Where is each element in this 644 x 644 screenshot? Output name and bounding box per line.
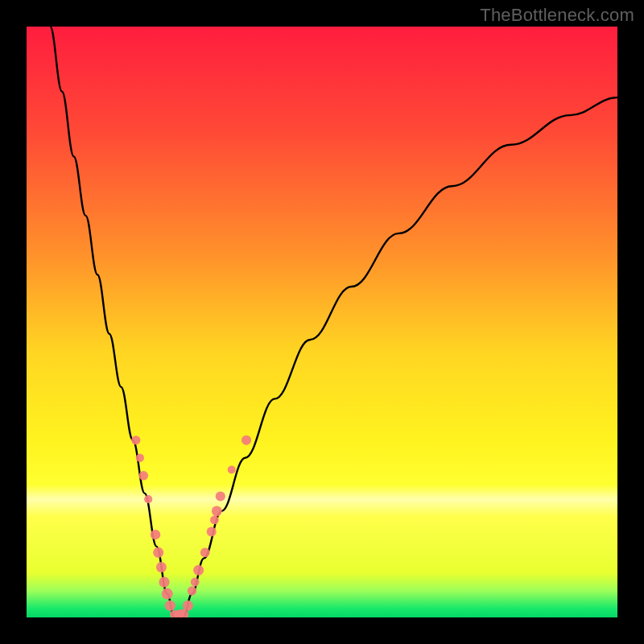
marker-dot	[136, 454, 144, 462]
scatter-markers	[131, 436, 251, 617]
marker-dot	[193, 565, 204, 576]
marker-dot	[242, 436, 251, 445]
marker-dot	[212, 506, 222, 517]
marker-dot	[228, 466, 236, 474]
marker-dot	[188, 586, 196, 595]
marker-dot	[207, 527, 217, 537]
marker-dot	[216, 491, 225, 501]
chart-frame: TheBottleneck.com	[0, 0, 644, 644]
marker-dot	[210, 516, 219, 525]
curve-layer	[27, 27, 617, 617]
watermark-text: TheBottleneck.com	[480, 5, 634, 26]
marker-dot	[153, 547, 163, 558]
marker-dot	[156, 562, 167, 572]
marker-dot	[144, 495, 152, 503]
marker-dot	[165, 601, 175, 611]
plot-area	[27, 27, 617, 617]
marker-dot	[151, 530, 160, 539]
marker-dot	[191, 578, 200, 587]
marker-dot	[159, 576, 169, 587]
marker-dot	[183, 601, 193, 611]
marker-dot	[139, 471, 149, 481]
marker-dot	[131, 436, 140, 444]
marker-dot	[200, 547, 210, 557]
marker-dot	[162, 588, 173, 600]
bottleneck-curve	[50, 27, 617, 617]
